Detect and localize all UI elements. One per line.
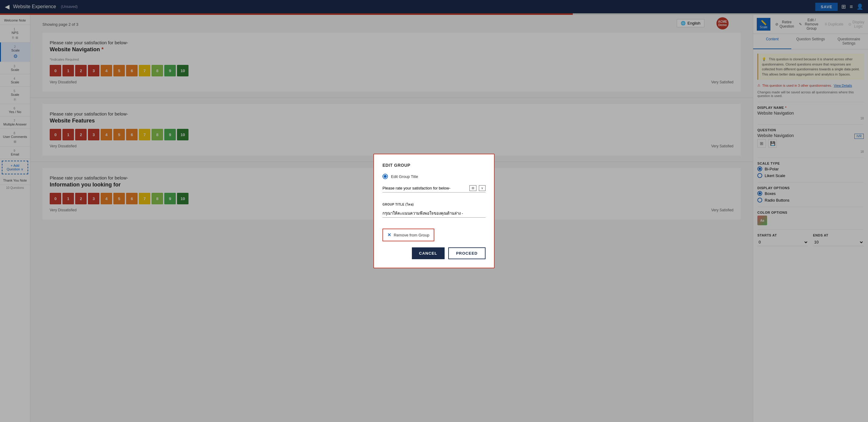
- modal-thai-input-row: [382, 209, 486, 218]
- remove-from-group-button[interactable]: ✕ Remove from Group: [382, 229, 434, 241]
- modal-radio-row[interactable]: Edit Group Title: [382, 174, 486, 179]
- modal-expand-button[interactable]: ∨: [479, 185, 486, 191]
- spacer2: [382, 222, 486, 229]
- modal-input-row: ⊞ ∨: [382, 184, 486, 192]
- modal-translate-button[interactable]: ⊞: [469, 185, 476, 191]
- modal-actions: CANCEL PROCEED: [382, 247, 486, 259]
- modal-cancel-button[interactable]: CANCEL: [412, 247, 444, 259]
- modal-title: EDIT GROUP: [382, 163, 486, 168]
- remove-x-icon: ✕: [387, 232, 391, 238]
- modal-thai-title-input[interactable]: [382, 209, 486, 218]
- modal-radio-label: Edit Group Title: [391, 174, 418, 179]
- modal-overlay[interactable]: EDIT GROUP Edit Group Title ⊞ ∨ GROUP TI…: [0, 0, 868, 422]
- modal-thai-label: GROUP TITLE (ไทย): [382, 202, 486, 207]
- modal-radio-edit-group[interactable]: [382, 174, 388, 179]
- modal-proceed-button[interactable]: PROCEED: [448, 247, 486, 259]
- spacer: [382, 198, 486, 202]
- edit-group-modal: EDIT GROUP Edit Group Title ⊞ ∨ GROUP TI…: [373, 154, 495, 268]
- modal-input-actions: ⊞ ∨: [469, 185, 486, 191]
- modal-group-title-input[interactable]: [382, 184, 469, 192]
